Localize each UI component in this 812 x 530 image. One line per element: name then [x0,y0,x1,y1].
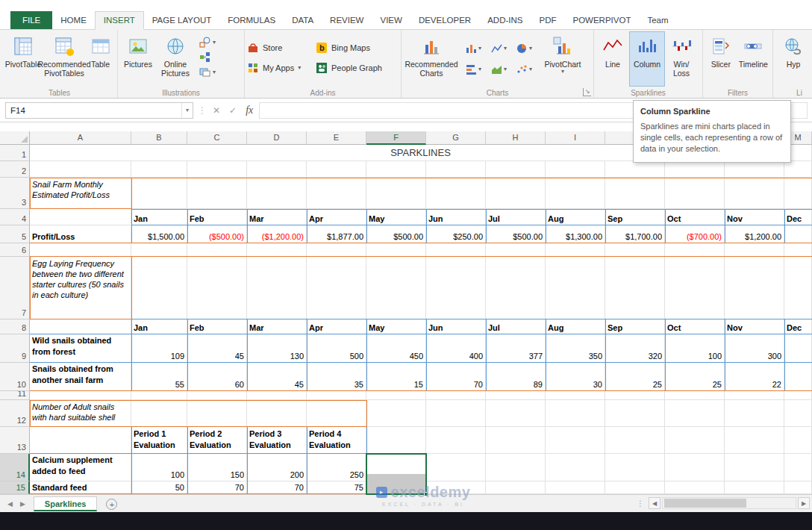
farm-snails-value[interactable]: 45 [247,363,307,391]
row-header-2[interactable]: 2 [0,161,30,178]
cell-C3[interactable] [187,178,247,209]
cell-L12[interactable] [725,400,784,427]
tab-home[interactable]: HOME [52,12,95,29]
row-header-13[interactable]: 13 [0,427,30,454]
row-header-10[interactable]: 10 [0,363,30,391]
cell-G7[interactable] [426,257,486,319]
cell-H12[interactable] [486,400,546,427]
month-header-row4[interactable]: Feb [187,209,247,225]
wild-snails-value[interactable]: 300 [725,334,784,363]
cell-L3[interactable] [725,178,784,209]
cell-A13[interactable] [30,427,131,454]
cell-K14[interactable] [665,454,725,481]
sheet-nav-right-icon[interactable]: ▶ [16,500,29,508]
wild-snails-value[interactable]: 109 [131,334,187,363]
recommended-charts-button[interactable]: Recommended Charts [404,31,459,87]
cell-F12[interactable] [366,400,426,427]
cell-E3[interactable] [307,178,366,209]
cell-D12[interactable] [247,400,307,427]
my-apps-button[interactable]: My Apps ▾ [247,62,316,74]
cell-I15[interactable] [546,481,605,494]
column-header-E[interactable]: E [307,131,366,145]
tab-team[interactable]: Team [639,12,676,29]
scatter-chart-menu-button[interactable]: ▾ [513,60,536,78]
cell-E11[interactable] [307,391,366,400]
month-header-row4[interactable]: Jun [426,209,486,225]
insert-function-icon[interactable]: fx [246,105,253,116]
profit-loss-value[interactable]: $500.00 [366,225,426,243]
cell-L2[interactable] [725,161,784,178]
cell-A11[interactable] [30,391,131,400]
wild-snails-value[interactable]: 450 [366,334,426,363]
month-header-row4[interactable]: Mar [247,209,307,225]
section-2-label[interactable]: Egg Laying Frequency between the two dif… [30,257,131,319]
bing-maps-button[interactable]: b Bing Maps [316,42,387,54]
cell-I7[interactable] [546,257,605,319]
month-header-row8[interactable]: Mar [247,319,307,334]
tab-add-ins[interactable]: ADD-INS [479,12,531,29]
column-header-F[interactable]: F [366,131,426,145]
cell-C11[interactable] [187,391,247,400]
row-header-8[interactable]: 8 [0,319,30,334]
cell-E12[interactable] [307,400,366,427]
pie-chart-menu-button[interactable]: ▾ [513,39,536,57]
cell-J2[interactable] [605,161,665,178]
cell-L15[interactable] [725,481,784,494]
cell-M9[interactable] [784,334,812,363]
month-header-row4[interactable]: Apr [307,209,366,225]
cell-M2[interactable] [784,161,812,178]
wild-snails-value[interactable]: 400 [426,334,486,363]
cell-G14[interactable] [426,454,486,481]
month-header-row8[interactable]: Sep [605,319,665,334]
cell-G11[interactable] [426,391,486,400]
cell-A6[interactable] [30,243,131,257]
wild-snails-value[interactable]: 130 [247,334,307,363]
cell-I14[interactable] [546,454,605,481]
month-header-row8[interactable]: Aug [546,319,605,334]
cell-J7[interactable] [605,257,665,319]
farm-snails-value[interactable]: 15 [366,363,426,391]
column-header-I[interactable]: I [546,131,605,145]
cell-I2[interactable] [546,161,605,178]
row-header-12[interactable]: 12 [0,400,30,427]
cell-F3[interactable] [366,178,426,209]
cell-I6[interactable] [546,243,605,257]
farm-snails-value[interactable]: 30 [546,363,605,391]
cell-K11[interactable] [665,391,725,400]
cell-A2[interactable] [30,161,131,178]
farm-snails-value[interactable]: 60 [187,363,247,391]
column-header-B[interactable]: B [131,131,187,145]
store-button[interactable]: Store [247,42,316,54]
row-label-wild-snails[interactable]: Wild snails obtained from forest [30,334,131,363]
profit-loss-value[interactable]: $500.00 [486,225,546,243]
month-header-row8[interactable]: Feb [187,319,247,334]
cell-H3[interactable] [486,178,546,209]
sheet-nav-left-icon[interactable]: ◀ [4,500,16,508]
cell-B7[interactable] [131,257,187,319]
row-header-15[interactable]: 15 [0,481,30,494]
row-header-1[interactable]: 1 [0,145,30,161]
smartart-button[interactable] [198,51,217,63]
month-header-row4[interactable]: Dec [784,209,812,225]
profit-loss-value[interactable]: ($500.00) [187,225,247,243]
row-label-standard-feed[interactable]: Standard feed [30,481,131,494]
cell-G2[interactable] [426,161,486,178]
month-header-row8[interactable]: Oct [665,319,725,334]
row-header-7[interactable]: 7 [0,257,30,319]
cell-F6[interactable] [366,243,426,257]
month-header-row4[interactable]: Sep [605,209,665,225]
cell-M13[interactable] [784,427,812,454]
row-header-3[interactable]: 3 [0,178,30,209]
cell-M10[interactable] [784,363,812,391]
spreadsheet-grid[interactable]: ABCDEFGHIJKLM123456789101112131415SPARKL… [0,131,812,494]
month-header-row8[interactable]: Apr [307,319,366,334]
cell-J13[interactable] [605,427,665,454]
cell-D6[interactable] [247,243,307,257]
column-header-C[interactable]: C [187,131,247,145]
cell-G12[interactable] [426,400,486,427]
confirm-entry-icon[interactable]: ✓ [229,105,237,116]
cell-F13[interactable] [366,427,426,454]
cell-M14[interactable] [784,454,812,481]
pivotchart-button[interactable]: PivotChart ▾ [539,31,587,87]
people-graph-button[interactable]: People Graph [316,62,387,74]
